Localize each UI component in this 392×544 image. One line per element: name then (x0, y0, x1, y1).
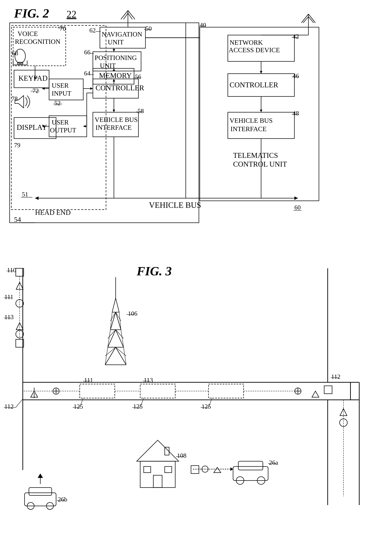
svg-text:OUTPUT: OUTPUT (50, 126, 76, 134)
svg-text:113: 113 (144, 377, 153, 384)
svg-marker-95 (113, 110, 115, 112)
svg-line-10 (308, 14, 315, 23)
svg-text:68: 68 (12, 50, 18, 57)
svg-rect-208 (324, 386, 332, 394)
svg-text:72: 72 (32, 87, 39, 94)
svg-line-162 (108, 330, 116, 338)
svg-rect-220 (153, 475, 162, 488)
svg-marker-219 (137, 440, 179, 461)
svg-line-152 (116, 298, 119, 312)
svg-line-211 (16, 399, 23, 407)
svg-text:108: 108 (177, 452, 186, 459)
svg-text:78: 78 (12, 95, 18, 102)
svg-marker-233 (231, 467, 233, 471)
svg-text:56: 56 (135, 73, 141, 80)
svg-text:125: 125 (202, 403, 211, 410)
svg-rect-238 (29, 488, 52, 495)
svg-text:CONTROLLER: CONTROLLER (230, 81, 278, 89)
svg-text:FIG. 3: FIG. 3 (137, 264, 172, 278)
svg-line-7 (128, 13, 132, 19)
svg-text:26b: 26b (58, 496, 67, 503)
svg-line-163 (116, 330, 124, 338)
svg-text:106: 106 (128, 310, 137, 317)
svg-marker-100 (35, 196, 39, 200)
svg-text:58: 58 (138, 107, 144, 114)
svg-text:USER: USER (52, 118, 69, 126)
svg-marker-97 (113, 49, 115, 52)
svg-text:DISPLAY: DISPLAY (17, 123, 47, 131)
svg-text:51: 51 (22, 191, 28, 198)
svg-rect-193 (208, 384, 244, 398)
svg-text:110: 110 (7, 266, 16, 274)
svg-marker-101 (294, 196, 298, 200)
svg-rect-188 (140, 384, 175, 398)
svg-rect-183 (80, 384, 115, 398)
svg-text:112: 112 (4, 403, 14, 410)
fig2-diagram: FIG. 2 22 HEAD END 54 VOICE RECOGNITION (0, 0, 392, 260)
svg-text:VEHICLE BUS: VEHICLE BUS (149, 201, 201, 210)
svg-text:POSITIONING: POSITIONING (95, 54, 137, 61)
svg-text:MEMORY: MEMORY (99, 71, 132, 80)
svg-text:50: 50 (145, 25, 152, 32)
page: FIG. 2 22 HEAD END 54 VOICE RECOGNITION (0, 0, 392, 544)
svg-marker-83 (90, 87, 93, 90)
svg-text:111: 111 (84, 377, 93, 384)
svg-text:FIG. 2: FIG. 2 (14, 6, 49, 20)
svg-line-142 (105, 347, 116, 365)
svg-text:INTERFACE: INTERFACE (231, 125, 266, 133)
svg-text:ACCESS DEVICE: ACCESS DEVICE (229, 46, 280, 54)
svg-rect-222 (165, 467, 172, 473)
svg-marker-207 (312, 391, 319, 397)
svg-text:66: 66 (84, 49, 90, 56)
svg-text:VEHICLE BUS: VEHICLE BUS (95, 116, 138, 123)
svg-text:113: 113 (4, 313, 14, 321)
svg-text:111: 111 (4, 293, 13, 300)
svg-text:48: 48 (293, 110, 299, 117)
svg-text:60: 60 (294, 204, 301, 211)
svg-text:26a: 26a (269, 459, 278, 466)
svg-text:22: 22 (67, 9, 76, 20)
svg-line-151 (112, 298, 116, 312)
svg-marker-129 (260, 110, 262, 112)
svg-marker-234 (214, 467, 221, 473)
svg-text:CONTROLLER: CONTROLLER (96, 84, 144, 92)
svg-line-161 (116, 347, 126, 356)
svg-rect-236 (191, 466, 199, 473)
svg-text:125: 125 (133, 403, 143, 410)
svg-text:46: 46 (293, 72, 299, 79)
svg-text:TELEMATICS: TELEMATICS (233, 151, 278, 160)
svg-marker-242 (38, 473, 43, 478)
fig3-diagram: FIG. 3 (0, 260, 392, 544)
svg-text:RECOGNITION: RECOGNITION (15, 38, 60, 45)
svg-text:INPUT: INPUT (52, 90, 71, 97)
svg-text:125: 125 (74, 403, 83, 410)
svg-text:VEHICLE BUS: VEHICLE BUS (230, 117, 273, 124)
svg-rect-227 (238, 461, 263, 470)
svg-text:112: 112 (331, 373, 340, 380)
svg-text:HEAD END: HEAD END (35, 208, 71, 216)
svg-line-160 (105, 347, 116, 356)
svg-text:42: 42 (293, 33, 299, 40)
svg-text:40: 40 (200, 22, 206, 29)
svg-text:USER: USER (52, 82, 69, 89)
svg-line-6 (124, 13, 128, 19)
svg-text:UNIT: UNIT (108, 38, 124, 46)
svg-text:62: 62 (89, 27, 96, 34)
svg-text:64: 64 (84, 70, 90, 77)
svg-text:KEYPAD: KEYPAD (18, 74, 47, 82)
svg-line-165 (116, 312, 121, 321)
svg-text:52: 52 (54, 100, 61, 107)
svg-text:VOICE: VOICE (17, 30, 38, 37)
svg-marker-127 (260, 71, 262, 74)
svg-marker-87 (83, 125, 86, 128)
svg-rect-221 (144, 467, 151, 473)
svg-text:70: 70 (60, 25, 66, 32)
svg-line-164 (110, 312, 116, 321)
svg-text:79: 79 (14, 142, 20, 149)
svg-line-143 (116, 347, 126, 365)
svg-text:NETWORK: NETWORK (230, 39, 263, 46)
svg-line-9 (301, 14, 308, 23)
svg-rect-218 (140, 461, 175, 488)
svg-text:INTERFACE: INTERFACE (96, 124, 132, 131)
svg-text:NAVIGATION: NAVIGATION (102, 30, 142, 38)
